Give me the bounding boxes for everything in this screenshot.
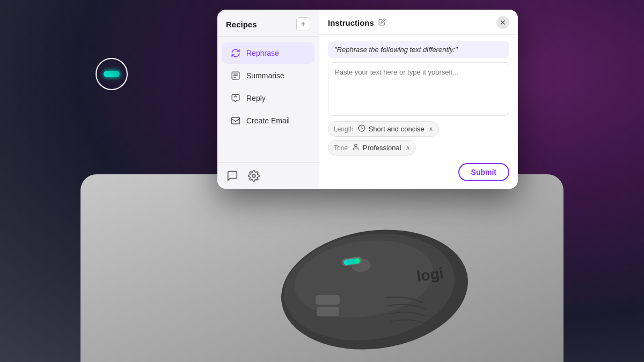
svg-rect-13 xyxy=(232,117,240,124)
submit-button[interactable]: Submit xyxy=(458,163,509,181)
close-button[interactable]: ✕ xyxy=(496,16,509,29)
summarise-icon xyxy=(230,70,241,81)
sidebar-footer xyxy=(217,162,319,189)
length-chevron: ∧ xyxy=(429,125,433,132)
recipes-panel: Recipes + Rephrase xyxy=(217,10,518,189)
tone-label: Tone xyxy=(334,144,348,152)
length-label: Length xyxy=(334,125,354,133)
length-value: Short and concise xyxy=(369,125,425,133)
tone-icon xyxy=(352,143,360,152)
create-email-icon xyxy=(230,115,241,126)
length-icon xyxy=(358,124,365,134)
add-recipe-button[interactable]: + xyxy=(296,17,310,31)
svg-point-16 xyxy=(355,144,357,147)
instruction-box: "Rephrase the following text differently… xyxy=(328,41,509,58)
sidebar-header: Recipes + xyxy=(217,10,319,37)
menu-items-list: Rephrase Summarise xyxy=(217,37,319,162)
rephrase-label: Rephrase xyxy=(246,49,279,57)
options-row: Length Short and concise ∧ Tone xyxy=(319,116,518,159)
tone-chevron: ∧ xyxy=(406,144,410,151)
submit-row: Submit xyxy=(319,159,518,189)
chat-footer-icon[interactable] xyxy=(226,169,239,182)
mouse-image: logi xyxy=(224,196,503,362)
summarise-label: Summarise xyxy=(246,71,284,80)
instruction-text: "Rephrase the following text differently… xyxy=(334,46,458,54)
tone-option[interactable]: Tone Professional ∧ xyxy=(328,140,416,156)
content-header: Instructions ✕ xyxy=(319,10,518,35)
reply-icon xyxy=(230,93,241,104)
svg-rect-4 xyxy=(317,307,339,316)
rephrase-icon xyxy=(230,48,241,58)
edit-icon[interactable] xyxy=(378,18,386,27)
menu-item-create-email[interactable]: Create Email xyxy=(222,110,314,131)
sidebar-title: Recipes xyxy=(226,20,257,29)
sidebar: Recipes + Rephrase xyxy=(217,10,319,189)
create-email-label: Create Email xyxy=(246,116,290,125)
content-title-group: Instructions xyxy=(328,18,386,27)
svg-point-14 xyxy=(252,174,255,178)
menu-item-summarise[interactable]: Summarise xyxy=(222,65,314,86)
length-option[interactable]: Length Short and concise ∧ xyxy=(328,121,439,137)
circle-indicator xyxy=(96,58,128,90)
content-title-text: Instructions xyxy=(328,18,374,27)
tone-value: Professional xyxy=(363,144,401,152)
reply-label: Reply xyxy=(246,94,266,102)
text-input[interactable] xyxy=(328,62,509,116)
menu-item-reply[interactable]: Reply xyxy=(222,87,314,109)
content-panel: Instructions ✕ "Rephrase the following t… xyxy=(319,10,518,189)
settings-footer-icon[interactable] xyxy=(247,169,260,182)
menu-item-rephrase[interactable]: Rephrase xyxy=(222,42,314,64)
svg-rect-3 xyxy=(316,295,340,305)
